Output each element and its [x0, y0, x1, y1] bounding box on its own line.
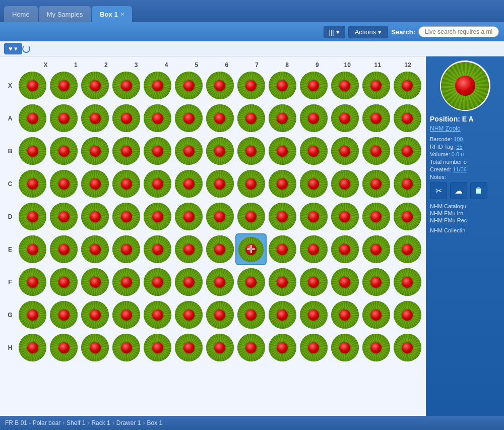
- sample-cell[interactable]: [329, 233, 360, 265]
- sample-cell[interactable]: [111, 201, 142, 232]
- sample-cell[interactable]: [298, 168, 329, 200]
- sample-cell[interactable]: [360, 102, 392, 134]
- sample-cell[interactable]: [17, 135, 48, 167]
- sample-cell[interactable]: [235, 266, 267, 298]
- tab-my-samples[interactable]: My Samples: [39, 6, 91, 22]
- sample-cell[interactable]: [48, 266, 80, 298]
- sample-cell[interactable]: [205, 266, 236, 298]
- sample-cell[interactable]: [48, 135, 80, 167]
- sample-cell[interactable]: [111, 266, 142, 298]
- sample-cell[interactable]: [235, 70, 267, 101]
- sample-cell[interactable]: [235, 201, 267, 232]
- sample-cell[interactable]: [48, 233, 80, 265]
- sample-cell[interactable]: [392, 135, 423, 167]
- sample-cell[interactable]: [205, 332, 236, 363]
- actions-button[interactable]: Actions ▾: [348, 26, 389, 38]
- sample-cell[interactable]: [298, 201, 329, 232]
- sample-cell[interactable]: [267, 168, 298, 200]
- sample-cell[interactable]: [329, 168, 360, 200]
- sample-cell[interactable]: [205, 102, 236, 134]
- sample-cell[interactable]: [80, 332, 111, 363]
- sample-cell[interactable]: [17, 201, 48, 232]
- sample-cell[interactable]: [142, 135, 173, 167]
- cloud-button[interactable]: ☁: [450, 182, 467, 199]
- sample-cell[interactable]: [111, 233, 142, 265]
- sample-cell[interactable]: [205, 168, 236, 200]
- sample-cell[interactable]: [48, 332, 80, 363]
- sample-cell[interactable]: [267, 266, 298, 298]
- sample-cell[interactable]: [17, 102, 48, 134]
- sample-cell[interactable]: [235, 168, 267, 200]
- cut-button[interactable]: ✂: [430, 182, 447, 199]
- sample-cell[interactable]: [111, 135, 142, 167]
- sample-cell[interactable]: [111, 168, 142, 200]
- sample-cell[interactable]: [267, 299, 298, 331]
- sample-cell[interactable]: [80, 201, 111, 232]
- sample-cell[interactable]: [235, 102, 267, 134]
- sample-cell[interactable]: [142, 102, 173, 134]
- tab-home[interactable]: Home: [4, 6, 38, 22]
- sample-cell[interactable]: [267, 70, 298, 101]
- sample-cell[interactable]: [48, 201, 80, 232]
- sample-cell[interactable]: ✛: [235, 233, 267, 265]
- sample-cell[interactable]: [329, 70, 360, 101]
- sample-cell[interactable]: [392, 168, 423, 200]
- sample-cell[interactable]: [80, 299, 111, 331]
- sample-cell[interactable]: [329, 135, 360, 167]
- sample-cell[interactable]: [111, 299, 142, 331]
- sample-cell[interactable]: [267, 201, 298, 232]
- sample-cell[interactable]: [392, 299, 423, 331]
- search-input[interactable]: [418, 26, 499, 37]
- sample-cell[interactable]: [80, 233, 111, 265]
- sample-cell[interactable]: [205, 233, 236, 265]
- sample-cell[interactable]: [173, 299, 205, 331]
- sample-cell[interactable]: [142, 332, 173, 363]
- tab-box1[interactable]: Box 1 ×: [92, 6, 132, 22]
- sample-cell[interactable]: [360, 332, 392, 363]
- sample-cell[interactable]: [360, 168, 392, 200]
- sample-cell[interactable]: [392, 233, 423, 265]
- barcode-button[interactable]: ||| ▾: [324, 26, 345, 38]
- sample-cell[interactable]: [360, 135, 392, 167]
- sample-cell[interactable]: [111, 332, 142, 363]
- tab-close-icon[interactable]: ×: [121, 11, 124, 17]
- sample-cell[interactable]: [142, 233, 173, 265]
- sample-cell[interactable]: [142, 266, 173, 298]
- sample-cell[interactable]: [235, 135, 267, 167]
- sample-cell[interactable]: [205, 201, 236, 232]
- sample-cell[interactable]: [392, 332, 423, 363]
- sample-cell[interactable]: [17, 168, 48, 200]
- sample-cell[interactable]: [298, 332, 329, 363]
- sample-cell[interactable]: [235, 332, 267, 363]
- sample-cell[interactable]: [205, 299, 236, 331]
- sample-cell[interactable]: [267, 332, 298, 363]
- sample-cell[interactable]: [329, 102, 360, 134]
- sample-cell[interactable]: [298, 102, 329, 134]
- sample-cell[interactable]: [173, 102, 205, 134]
- favorites-button[interactable]: ♥ ▾: [4, 43, 22, 54]
- sample-cell[interactable]: [17, 332, 48, 363]
- sample-cell[interactable]: [173, 266, 205, 298]
- sample-cell[interactable]: [80, 168, 111, 200]
- sample-cell[interactable]: [329, 299, 360, 331]
- sample-cell[interactable]: [205, 135, 236, 167]
- sample-cell[interactable]: [48, 299, 80, 331]
- created-value[interactable]: 11/06: [453, 166, 467, 172]
- sample-cell[interactable]: [80, 70, 111, 101]
- sample-cell[interactable]: [17, 266, 48, 298]
- sample-cell[interactable]: [360, 201, 392, 232]
- sample-cell[interactable]: [48, 168, 80, 200]
- sample-cell[interactable]: [173, 168, 205, 200]
- sample-cell[interactable]: [267, 102, 298, 134]
- sample-cell[interactable]: [48, 70, 80, 101]
- sample-cell[interactable]: [267, 233, 298, 265]
- sample-cell[interactable]: [173, 201, 205, 232]
- sample-cell[interactable]: [173, 332, 205, 363]
- sample-cell[interactable]: [142, 70, 173, 101]
- sample-cell[interactable]: [392, 201, 423, 232]
- sample-cell[interactable]: [17, 299, 48, 331]
- delete-button[interactable]: 🗑: [470, 182, 487, 199]
- sample-cell[interactable]: [392, 70, 423, 101]
- sample-cell[interactable]: [17, 233, 48, 265]
- sample-cell[interactable]: [80, 135, 111, 167]
